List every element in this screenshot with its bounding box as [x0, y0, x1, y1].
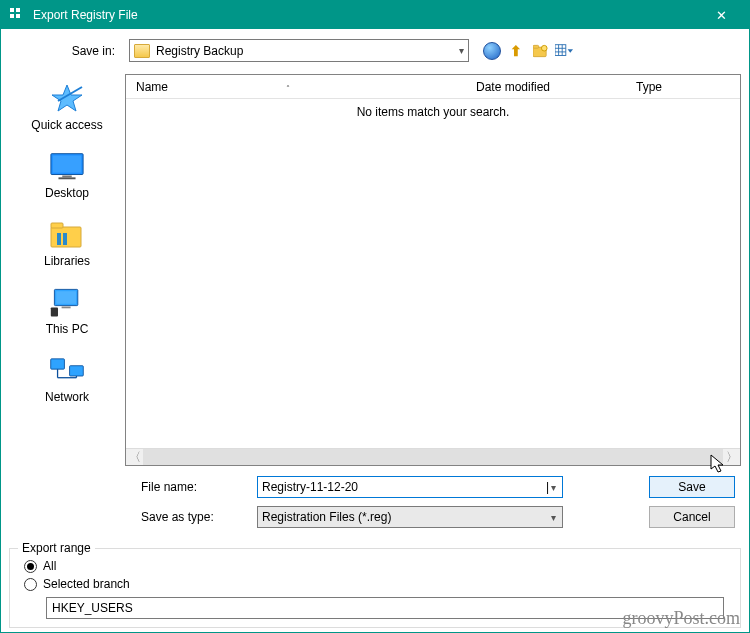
save-as-type-label: Save as type: [125, 510, 257, 524]
svg-rect-0 [10, 8, 14, 12]
place-libraries[interactable]: Libraries [9, 214, 125, 272]
chevron-down-icon[interactable]: ▾ [459, 45, 464, 56]
svg-rect-22 [56, 291, 76, 304]
sort-indicator-icon: ˄ [286, 84, 290, 93]
title-bar[interactable]: Export Registry File ✕ [1, 1, 749, 29]
place-label: Quick access [9, 118, 125, 132]
app-icon [9, 7, 25, 23]
svg-rect-7 [555, 44, 566, 55]
scroll-right-icon[interactable]: 〉 [723, 449, 740, 466]
new-folder-icon[interactable] [531, 42, 549, 60]
back-icon[interactable] [483, 42, 501, 60]
radio-icon[interactable] [24, 560, 37, 573]
place-desktop[interactable]: Desktop [9, 146, 125, 204]
radio-all[interactable]: All [24, 559, 732, 573]
branch-input[interactable] [46, 597, 724, 619]
chevron-down-icon[interactable]: ▾ [549, 482, 558, 493]
places-bar: Quick access Desktop [9, 74, 125, 542]
save-in-label: Save in: [9, 44, 129, 58]
place-label: This PC [9, 322, 125, 336]
file-list-body: No items match your search. [126, 99, 740, 448]
svg-rect-2 [10, 14, 14, 18]
close-button[interactable]: ✕ [701, 8, 741, 23]
chevron-down-icon[interactable]: ▾ [549, 512, 558, 523]
svg-rect-19 [57, 233, 61, 245]
place-label: Libraries [9, 254, 125, 268]
file-name-label: File name: [125, 480, 257, 494]
place-label: Desktop [9, 186, 125, 200]
file-name-input[interactable]: ▾ [257, 476, 563, 498]
radio-all-label: All [43, 559, 56, 573]
window-title: Export Registry File [33, 8, 701, 22]
svg-rect-1 [16, 8, 20, 12]
up-one-level-icon[interactable]: ⬆ [507, 42, 525, 60]
radio-selected-label: Selected branch [43, 577, 130, 591]
save-as-type-combo[interactable]: Registration Files (*.reg) ▾ [257, 506, 563, 528]
cancel-button[interactable]: Cancel [649, 506, 735, 528]
save-in-combo[interactable]: Registry Backup ▾ [129, 39, 469, 62]
svg-rect-5 [533, 45, 539, 48]
save-button[interactable]: Save [649, 476, 735, 498]
place-label: Network [9, 390, 125, 404]
svg-rect-24 [51, 307, 58, 316]
place-this-pc[interactable]: This PC [9, 282, 125, 340]
scroll-track[interactable] [143, 449, 723, 465]
views-menu-icon[interactable] [555, 42, 573, 60]
folder-icon [134, 44, 150, 58]
svg-rect-20 [63, 233, 67, 245]
column-name[interactable]: Name ˄ [126, 80, 466, 94]
empty-message: No items match your search. [357, 105, 510, 119]
export-range-legend: Export range [18, 541, 95, 555]
svg-rect-18 [51, 223, 63, 228]
column-type[interactable]: Type [626, 80, 740, 94]
radio-selected-branch[interactable]: Selected branch [24, 577, 732, 591]
svg-rect-14 [53, 156, 81, 173]
save-in-value: Registry Backup [156, 44, 459, 58]
scroll-left-icon[interactable]: 〈 [126, 449, 143, 466]
svg-rect-3 [16, 14, 20, 18]
svg-rect-23 [62, 307, 71, 309]
column-headers: Name ˄ Date modified Type [126, 75, 740, 99]
radio-icon[interactable] [24, 578, 37, 591]
place-quick-access[interactable]: Quick access [9, 78, 125, 136]
export-range-group: Export range All Selected branch [9, 548, 741, 628]
horizontal-scrollbar[interactable]: 〈 〉 [126, 448, 740, 465]
column-date-modified[interactable]: Date modified [466, 80, 626, 94]
file-name-field[interactable] [262, 480, 546, 494]
place-network[interactable]: Network [9, 350, 125, 408]
svg-rect-16 [58, 177, 75, 179]
save-as-type-value: Registration Files (*.reg) [262, 510, 549, 524]
svg-rect-15 [62, 175, 71, 177]
svg-rect-26 [70, 366, 84, 376]
svg-point-6 [541, 45, 547, 51]
svg-rect-25 [51, 359, 65, 369]
file-list-panel: Name ˄ Date modified Type No items match… [125, 74, 741, 466]
